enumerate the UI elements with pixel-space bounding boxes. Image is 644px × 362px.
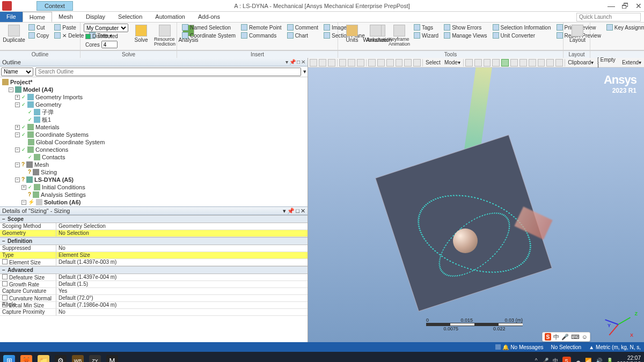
vp-tool-icon[interactable] [348, 59, 355, 67]
cores-input[interactable] [101, 41, 118, 48]
tray-chevron-icon[interactable]: ^ [535, 358, 538, 362]
outline-close-icon[interactable]: ✕ [301, 59, 305, 65]
tab-display[interactable]: Display [79, 12, 112, 22]
vp-tool-icon[interactable] [357, 59, 364, 67]
distributed-check[interactable]: Distributed [84, 33, 128, 40]
outline-tree[interactable]: Project* −Model (A4) +✓Geometry Imports … [0, 77, 308, 206]
vp-tool-icon[interactable] [510, 59, 518, 67]
mode-label[interactable]: Mode▾ [443, 60, 462, 65]
outline-filter-select[interactable]: Name [1, 68, 33, 76]
tray-sogou-icon[interactable]: S [562, 357, 571, 363]
vp-tool-icon[interactable] [465, 59, 473, 67]
tray-lang-icon[interactable]: 中 [553, 357, 558, 363]
select-label[interactable]: Select [425, 60, 442, 65]
tab-home[interactable]: Home [23, 12, 52, 22]
selection-info-button[interactable]: Selection Information [491, 24, 553, 31]
tray-battery-icon[interactable]: 🔋 [606, 358, 613, 362]
tab-automation[interactable]: Automation [149, 12, 192, 22]
copy-button[interactable]: Copy [27, 32, 50, 39]
vp-tool-icon[interactable] [319, 59, 326, 67]
vp-tool-icon[interactable] [519, 59, 527, 67]
vp-tool-icon[interactable] [328, 59, 335, 67]
keyframe-button[interactable]: Keyframe Animation [389, 24, 410, 48]
tray-wifi-icon[interactable]: 📶 [585, 358, 591, 362]
firefox-icon[interactable]: 🦊 [20, 355, 32, 363]
vp-tool-icon[interactable] [492, 59, 500, 67]
details-pin-icon[interactable]: 📌 [287, 208, 295, 215]
ime-floating-bar[interactable]: S 中 🎤 ⌨ ☺ [542, 332, 590, 342]
tab-mesh[interactable]: Mesh [52, 12, 79, 22]
solver-target-select[interactable]: My Computer [84, 24, 128, 32]
mech-icon[interactable]: M [106, 355, 118, 363]
taskbar-clock[interactable]: 22:07 2023/6/13 [617, 355, 641, 363]
chart-button[interactable]: Chart [286, 32, 320, 39]
vp-tool-icon[interactable] [529, 59, 536, 67]
vp-tool-icon[interactable] [538, 59, 545, 67]
empty-label[interactable]: [ Empty ] [596, 57, 619, 69]
tray-volume-icon[interactable]: 🔊 [596, 358, 602, 362]
start-button[interactable]: ⊞ [3, 355, 15, 363]
outline-filter-icon[interactable]: ▾ [303, 68, 306, 75]
tab-file[interactable]: File [0, 12, 23, 22]
solve-button[interactable]: Solve [130, 24, 152, 44]
show-errors-button[interactable]: Show Errors [442, 24, 488, 31]
layout-button[interactable]: Layout [567, 24, 588, 44]
triad[interactable]: Z X Y [608, 308, 638, 338]
tags-button[interactable]: Tags [412, 24, 440, 31]
status-messages[interactable]: 🔔No Messages [495, 344, 543, 350]
details-close-icon[interactable]: ✕ [301, 208, 305, 215]
comment-button[interactable]: Comment [286, 24, 320, 31]
tab-selection[interactable]: Selection [112, 12, 149, 22]
vp-tool-icon[interactable] [546, 59, 554, 67]
outline-search-input[interactable] [35, 68, 301, 76]
duplicate-button[interactable]: Duplicate [3, 24, 25, 44]
vp-tool-icon[interactable] [474, 59, 482, 67]
tray-cloud-icon[interactable]: ☁ [575, 358, 581, 362]
outline-max-icon[interactable]: □ [297, 59, 300, 65]
unit-converter-button[interactable]: Unit Converter [491, 32, 553, 39]
details-max-icon[interactable]: □ [296, 208, 299, 215]
status-selection[interactable]: No Selection [551, 344, 581, 350]
context-tab[interactable]: Context [36, 1, 73, 11]
zy-icon[interactable]: ZY [89, 355, 101, 363]
3d-viewport[interactable]: Ansys 2023 R1 00.0150.03 (m) 0.00750.022… [308, 68, 644, 342]
vp-tool-icon[interactable] [555, 59, 563, 67]
vp-tool-icon[interactable] [404, 59, 412, 67]
details-grid[interactable]: Scope Scoping MethodGeometry Selection G… [0, 215, 308, 342]
restore-button[interactable]: 🗗 [621, 2, 629, 10]
details-dropdown-icon[interactable]: ▾ [283, 208, 286, 215]
vp-tool-icon[interactable] [377, 59, 385, 67]
close-button[interactable]: ✕ [635, 2, 642, 10]
key-assignments-button[interactable]: Key Assignments [605, 24, 644, 31]
vp-tool-icon[interactable] [501, 59, 509, 67]
resource-prediction-button[interactable]: Resource Prediction [154, 24, 175, 48]
commands-button[interactable]: Commands [239, 32, 283, 39]
wizard-button[interactable]: Wizard [412, 32, 440, 39]
vp-tool-icon[interactable] [484, 59, 491, 67]
vp-tool-icon[interactable] [339, 59, 347, 67]
tray-mic-icon[interactable]: 🎤 [542, 358, 548, 362]
tab-addons[interactable]: Add-ons [192, 12, 226, 22]
vp-tool-icon[interactable] [413, 59, 421, 67]
outline-pin-icon[interactable]: 📌 [289, 59, 296, 65]
worksheet-button[interactable]: Worksheet [365, 24, 386, 44]
clipboard-label[interactable]: Clipboard▾ [567, 60, 595, 65]
extend-label[interactable]: Extend▾ [621, 60, 642, 65]
named-selection-button[interactable]: Named Selection [180, 24, 237, 31]
status-units[interactable]: ▲Metric (m, kg, N, s, [589, 344, 641, 350]
vp-tool-icon[interactable] [386, 59, 394, 67]
outline-dropdown-icon[interactable]: ▾ [286, 59, 288, 65]
wb-icon[interactable]: WB [72, 355, 84, 363]
manage-views-button[interactable]: Manage Views [442, 32, 488, 39]
units-button[interactable]: Units [341, 24, 363, 44]
vp-tool-icon[interactable] [368, 59, 376, 67]
minimize-button[interactable]: — [608, 2, 615, 10]
remote-point-button[interactable]: Remote Point [239, 24, 283, 31]
vp-tool-icon[interactable] [396, 59, 403, 67]
coordinate-system-button[interactable]: Coordinate System [180, 32, 237, 39]
cut-button[interactable]: Cut [27, 24, 50, 31]
vp-tool-icon[interactable] [310, 59, 317, 67]
app-icon[interactable]: ⚙ [55, 355, 67, 363]
explorer-icon[interactable]: 📁 [38, 355, 49, 363]
quick-launch-input[interactable] [576, 13, 641, 21]
